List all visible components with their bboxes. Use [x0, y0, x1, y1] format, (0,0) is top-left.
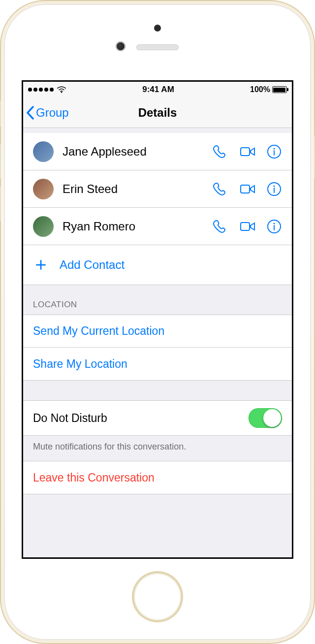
- svg-point-0: [61, 92, 62, 93]
- info-icon: [266, 144, 282, 160]
- contact-row[interactable]: Erin Steed: [23, 170, 292, 208]
- dnd-section: Do Not Disturb: [23, 400, 292, 436]
- svg-point-11: [273, 223, 275, 224]
- mute-switch: [0, 100, 1, 127]
- send-current-location-label: Send My Current Location: [33, 324, 164, 338]
- contact-name: Jane Appleseed: [63, 145, 213, 159]
- status-bar: 9:41 AM 100%: [23, 82, 292, 97]
- leave-section: Leave this Conversation: [23, 461, 292, 494]
- video-icon: [240, 144, 255, 160]
- share-my-location-row[interactable]: Share My Location: [23, 348, 292, 380]
- home-button[interactable]: [134, 573, 181, 620]
- svg-rect-5: [241, 185, 250, 193]
- battery-icon: [272, 86, 287, 93]
- screen: 9:41 AM 100% Group Details: [22, 80, 293, 559]
- phone-icon: [213, 144, 229, 160]
- device-bezel: 9:41 AM 100% Group Details: [4, 4, 311, 640]
- send-current-location-row[interactable]: Send My Current Location: [23, 315, 292, 348]
- contact-row[interactable]: Jane Appleseed: [23, 133, 292, 170]
- dnd-label: Do Not Disturb: [33, 412, 107, 425]
- front-camera: [116, 41, 126, 51]
- info-button[interactable]: [266, 181, 282, 197]
- info-button[interactable]: [266, 144, 282, 160]
- contact-row[interactable]: Ryan Romero: [23, 208, 292, 245]
- dnd-footer: Mute notifications for this conversation…: [23, 436, 292, 461]
- video-icon: [240, 219, 255, 234]
- plus-icon: [33, 257, 49, 273]
- nav-bar: Group Details: [23, 97, 292, 128]
- call-button[interactable]: [213, 181, 229, 197]
- svg-point-3: [273, 148, 275, 149]
- chevron-left-icon: [26, 106, 35, 120]
- back-button[interactable]: Group: [26, 97, 69, 128]
- info-icon: [266, 219, 282, 234]
- add-contact-label: Add Contact: [60, 258, 125, 272]
- location-section: Send My Current Location Share My Locati…: [23, 315, 292, 381]
- info-button[interactable]: [266, 219, 282, 234]
- phone-icon: [213, 181, 229, 197]
- location-header: LOCATION: [23, 285, 292, 315]
- status-time: 9:41 AM: [142, 85, 174, 95]
- device-frame: 9:41 AM 100% Group Details: [0, 0, 315, 644]
- volume-down-button: [0, 186, 1, 222]
- signal-dots-icon: [28, 88, 54, 92]
- video-button[interactable]: [240, 219, 255, 234]
- leave-conversation-row[interactable]: Leave this Conversation: [23, 461, 292, 494]
- back-label: Group: [36, 106, 69, 120]
- contact-name: Erin Steed: [63, 182, 213, 196]
- svg-rect-9: [241, 223, 250, 230]
- video-button[interactable]: [240, 181, 255, 197]
- nav-title: Details: [138, 106, 177, 120]
- svg-rect-1: [241, 148, 250, 156]
- volume-up-button: [0, 144, 1, 179]
- wifi-icon: [57, 86, 66, 93]
- dnd-switch[interactable]: [249, 408, 282, 428]
- contact-name: Ryan Romero: [63, 220, 213, 233]
- battery-percent: 100%: [250, 85, 270, 94]
- video-button[interactable]: [240, 144, 255, 160]
- info-icon: [266, 181, 282, 197]
- proximity-sensor: [154, 25, 161, 32]
- video-icon: [240, 181, 255, 197]
- svg-point-7: [273, 185, 275, 187]
- call-button[interactable]: [213, 219, 229, 234]
- add-contact-row[interactable]: Add Contact: [23, 245, 292, 285]
- call-button[interactable]: [213, 144, 229, 160]
- earpiece: [136, 44, 179, 50]
- avatar: [33, 141, 54, 162]
- contacts-section: Jane Appleseed E: [23, 133, 292, 285]
- leave-conversation-label: Leave this Conversation: [33, 471, 155, 484]
- phone-icon: [213, 219, 229, 234]
- avatar: [33, 179, 54, 199]
- share-my-location-label: Share My Location: [33, 357, 127, 371]
- dnd-row: Do Not Disturb: [23, 401, 292, 435]
- avatar: [33, 216, 54, 237]
